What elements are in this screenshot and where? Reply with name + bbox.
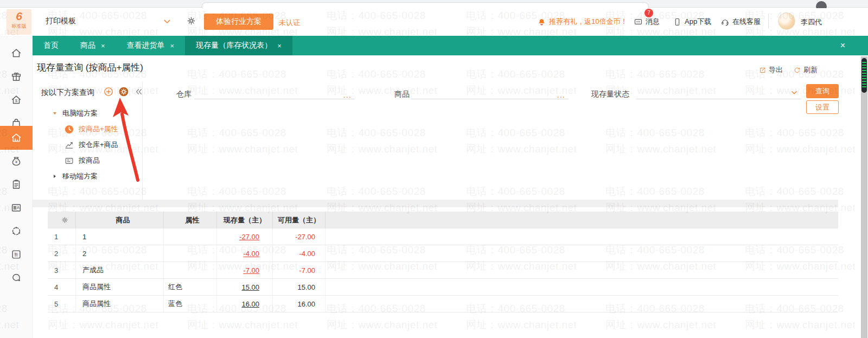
- card-list-icon: [64, 156, 74, 166]
- app-download-button[interactable]: App下载: [673, 17, 711, 27]
- scheme-settings-gear-icon[interactable]: [118, 86, 129, 97]
- close-all-tabs-button[interactable]: ×: [840, 41, 845, 50]
- column-header-stock-qty[interactable]: 现存量（主）: [217, 212, 273, 228]
- tab-close-icon[interactable]: ×: [170, 42, 175, 50]
- warehouse-input[interactable]: ...: [194, 85, 355, 99]
- cell-available-qty: 16.00: [273, 296, 326, 312]
- column-header-attribute[interactable]: 属性: [164, 212, 217, 228]
- caret-down-icon[interactable]: [52, 110, 58, 117]
- cell-product: 产成品: [76, 262, 164, 278]
- column-header-product[interactable]: 商品: [76, 212, 164, 228]
- app-download-label: App下载: [685, 17, 711, 27]
- row-number: 1: [48, 228, 76, 245]
- tab-4[interactable]: 现存量（库存状况表）×: [185, 36, 292, 55]
- stock-qty-link[interactable]: -7.00: [243, 266, 259, 275]
- chevron-down-icon[interactable]: [790, 89, 798, 97]
- cell-filler: [326, 245, 838, 262]
- table-row: 3产成品-7.00-7.00: [48, 262, 838, 279]
- sync-network-icon: [10, 225, 22, 237]
- cell-available-qty: -7.00: [273, 262, 326, 278]
- tab-close-icon[interactable]: ×: [277, 42, 282, 50]
- tree-group-电脑端方案[interactable]: 电脑端方案: [37, 106, 143, 120]
- user-avatar[interactable]: [778, 12, 795, 30]
- page-title: 现存量查询 (按商品+属性): [37, 61, 143, 74]
- headset-icon: [720, 17, 730, 27]
- column-header-available-qty[interactable]: 可用量（主）: [273, 212, 326, 228]
- sidebar-item-new-features[interactable]: 新: [0, 245, 33, 264]
- cell-attribute: [164, 245, 217, 262]
- tab-3[interactable]: 查看进货单×: [116, 36, 186, 55]
- cell-filler: [326, 228, 838, 245]
- unverified-badge[interactable]: 未认证: [279, 18, 300, 28]
- tree-item-按商品[interactable]: 按商品: [37, 154, 143, 168]
- tree-item-label: 按商品: [79, 156, 100, 165]
- cell-available-qty: 15.00: [273, 279, 326, 295]
- sidebar-item-orders-clipboard[interactable]: [0, 175, 33, 194]
- message-icon: [634, 17, 643, 27]
- tree-item-按商品+属性[interactable]: 按商品+属性: [37, 122, 143, 136]
- stock-status-select[interactable]: [636, 85, 801, 99]
- tree-group-label: 移动端方案: [62, 171, 98, 181]
- product-label: 商品: [394, 90, 410, 99]
- query-button[interactable]: 查询: [806, 84, 839, 98]
- tab-close-icon[interactable]: ×: [101, 42, 105, 50]
- stock-qty-link[interactable]: 15.00: [241, 283, 259, 291]
- username-label[interactable]: 李四代: [801, 17, 822, 27]
- export-button[interactable]: 导出: [758, 65, 783, 75]
- stock-qty-link[interactable]: 16.00: [241, 300, 259, 308]
- table-gear-icon[interactable]: [61, 216, 69, 224]
- collapse-panel-icon[interactable]: [135, 87, 143, 96]
- product-input[interactable]: ...: [411, 85, 569, 99]
- stock-qty-link[interactable]: -4.00: [243, 250, 259, 258]
- table-row: 4商品属性红色15.0015.00: [48, 279, 838, 296]
- settings-button[interactable]: 设置: [806, 100, 839, 114]
- app-logo[interactable]: 6 标准版: [7, 9, 31, 35]
- sidebar-item-sales-house[interactable]: $: [0, 90, 33, 110]
- tree-item-label: 按仓库+商品: [79, 140, 118, 150]
- stock-table: 商品 属性 现存量（主） 可用量（主） 11-27.00-27.0022-4.0…: [48, 212, 838, 313]
- warehouse-icon: [10, 132, 22, 144]
- table-row: 22-4.00-4.00: [48, 245, 838, 262]
- cell-attribute: [164, 228, 217, 245]
- topbar-divider: [768, 14, 769, 29]
- refresh-button[interactable]: 刷新: [793, 65, 818, 75]
- cell-attribute: 蓝色: [164, 296, 217, 312]
- browser-chrome-strip: [0, 0, 868, 8]
- caret-right-icon[interactable]: [52, 173, 58, 180]
- cell-filler: [326, 296, 838, 312]
- cell-stock-qty: -4.00: [217, 245, 273, 262]
- tree-group-移动端方案[interactable]: 移动端方案: [37, 169, 143, 183]
- cell-stock-qty: -7.00: [217, 262, 273, 278]
- gear-icon[interactable]: [186, 16, 196, 26]
- tab-1[interactable]: 首页: [33, 36, 69, 55]
- export-icon: [758, 66, 767, 74]
- more-options-icon[interactable]: ...: [557, 92, 565, 98]
- trial-industry-button[interactable]: 体验行业方案: [204, 14, 273, 30]
- sidebar-item-sync-network[interactable]: [0, 221, 33, 241]
- add-scheme-icon[interactable]: [103, 86, 114, 97]
- tab-label: 现存量（库存状况表）: [196, 41, 272, 50]
- chevron-down-icon[interactable]: [163, 17, 171, 26]
- cell-available-qty: -4.00: [273, 245, 326, 262]
- print-template-menu[interactable]: 打印模板: [46, 16, 76, 26]
- messages-button[interactable]: 消息: [634, 17, 660, 27]
- app-topbar: 6 标准版 打印模板 体验行业方案 未认证 推荐有礼，返10倍金币！ 消息 7 …: [0, 8, 868, 36]
- sidebar-item-warehouse[interactable]: [0, 126, 33, 150]
- row-number: 2: [48, 245, 76, 262]
- sidebar-item-feedback-chat[interactable]: [0, 268, 33, 288]
- refresh-icon: [793, 66, 801, 74]
- export-label: 导出: [769, 65, 783, 75]
- tree-item-按仓库+商品[interactable]: 按仓库+商品: [37, 138, 143, 152]
- scrollbar[interactable]: [861, 56, 867, 338]
- stock-qty-link[interactable]: -27.00: [239, 233, 259, 241]
- more-options-icon[interactable]: ...: [343, 92, 352, 98]
- promo-link[interactable]: 推荐有礼，返10倍金币！: [537, 17, 627, 27]
- tab-2[interactable]: 商品×: [69, 36, 116, 55]
- scheme-panel-title: 按以下方案查询: [41, 88, 94, 98]
- sidebar-item-contacts-card[interactable]: A: [0, 198, 33, 218]
- sidebar-item-home[interactable]: [0, 43, 33, 63]
- sidebar-item-funds-moneybag[interactable]: ¥: [0, 151, 33, 171]
- online-service-button[interactable]: 在线客服: [720, 17, 761, 27]
- scrollbar-thumb[interactable]: [861, 58, 867, 93]
- sidebar-item-gift[interactable]: [0, 67, 33, 86]
